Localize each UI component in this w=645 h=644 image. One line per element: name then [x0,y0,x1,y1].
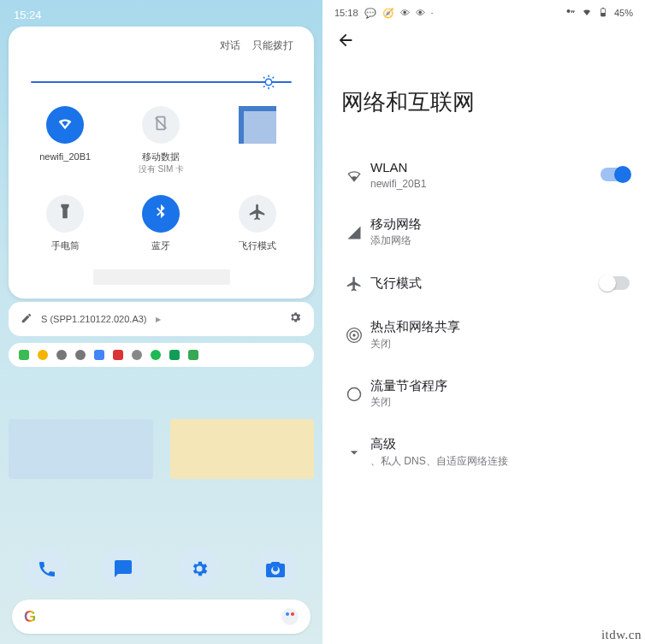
svg-line-7 [263,86,265,88]
wifi-icon [56,114,74,136]
airplane-icon [248,203,267,225]
status-icon: 🧭 [382,8,394,19]
bluetooth-icon [151,203,170,225]
redacted-area [93,269,230,285]
brightness-slider[interactable] [31,74,292,91]
dock-settings[interactable] [177,547,222,591]
wifi-icon [338,165,370,184]
watermark: itdw.cn [601,628,642,642]
tile-label: 移动数据没有 SIM 卡 [139,151,184,174]
svg-line-6 [273,86,275,88]
page-title: 网络和互联网 [322,53,645,146]
tile-label [256,151,258,163]
tile-obscured[interactable] [210,106,305,174]
wallpaper-furniture [9,419,314,479]
tile-label: 手电筒 [51,239,80,252]
left-status-time: 15:24 [0,0,322,21]
svg-point-0 [265,79,272,86]
svg-rect-13 [602,8,604,9]
battery-icon [598,7,608,19]
tile-label: 飞行模式 [239,239,276,252]
tile-flashlight[interactable]: 手电筒 [17,195,113,252]
brightness-thumb-icon[interactable] [261,74,276,90]
status-time: 15:18 [334,8,358,18]
qs-tab[interactable]: 只能拨打 [252,38,293,53]
google-g-icon: G [24,608,36,626]
signal-icon [338,222,370,241]
svg-point-14 [352,334,355,337]
svg-line-8 [273,77,275,79]
flashlight-icon [56,203,74,225]
row-hotspot[interactable]: 热点和网络共享关闭 [322,305,645,364]
right-status-bar: 15:18 💬 🧭 👁 👁 · 45% [322,0,645,19]
obscured-icon [239,106,276,144]
chevron-down-icon [338,442,370,461]
row-data-saver[interactable]: 流量节省程序关闭 [322,364,645,423]
data-saver-icon [338,384,370,403]
qs-header-tabs: 对话 只能拨打 [17,38,305,58]
assistant-icon[interactable] [281,608,299,625]
tile-bluetooth[interactable]: 蓝牙 [113,195,209,252]
wlan-toggle[interactable] [601,168,630,181]
hotspot-icon [338,325,370,344]
sim-off-icon [151,114,170,136]
notification-app-strip[interactable] [9,343,314,367]
row-airplane[interactable]: 飞行模式 [322,261,645,305]
dock-camera[interactable] [253,547,298,591]
tile-label: 蓝牙 [151,239,170,252]
dock [9,547,314,591]
back-button[interactable] [322,19,645,53]
vpn-key-icon [565,7,576,19]
gear-icon[interactable] [288,310,302,328]
right-phone-screenshot: 15:18 💬 🧭 👁 👁 · 45% 网络和互联网 WLANnewifi_20… [322,0,645,644]
left-phone-screenshot: 15:24 对话 只能拨打 newifi_20B1 [0,0,322,644]
build-text: S (SPP1.210122.020.A3) [41,314,147,324]
weibo-status-icon: 👁 [400,8,410,18]
airplane-toggle[interactable] [601,276,630,290]
dock-phone[interactable] [25,547,69,591]
edit-icon[interactable] [21,312,33,326]
wechat-status-icon: 💬 [364,8,376,19]
svg-rect-12 [601,13,605,16]
battery-text: 45% [614,8,633,18]
tile-wifi[interactable]: newifi_20B1 [17,106,113,174]
qs-tab[interactable]: 对话 [220,38,240,53]
quick-settings-panel: 对话 只能拨打 newifi_20B1 移动数据没有 SIM 卡 [9,27,314,298]
svg-line-5 [263,77,265,79]
row-mobile-network[interactable]: 移动网络添加网络 [322,203,645,262]
tile-label: newifi_20B1 [39,151,91,163]
build-info-row: S (SPP1.210122.020.A3) ▶ [9,302,314,336]
dock-messages[interactable] [101,547,145,591]
row-wlan[interactable]: WLANnewifi_20B1 [322,146,645,203]
tile-mobile-data[interactable]: 移动数据没有 SIM 卡 [113,106,209,174]
wifi-status-icon [582,7,592,19]
status-more-icon: · [431,8,434,18]
row-advanced[interactable]: 高级、私人 DNS、自适应网络连接 [322,422,645,482]
airplane-icon [338,274,370,292]
google-search-pill[interactable]: G [12,600,311,634]
weibo-status-icon: 👁 [416,8,425,18]
tile-airplane[interactable]: 飞行模式 [210,195,305,252]
